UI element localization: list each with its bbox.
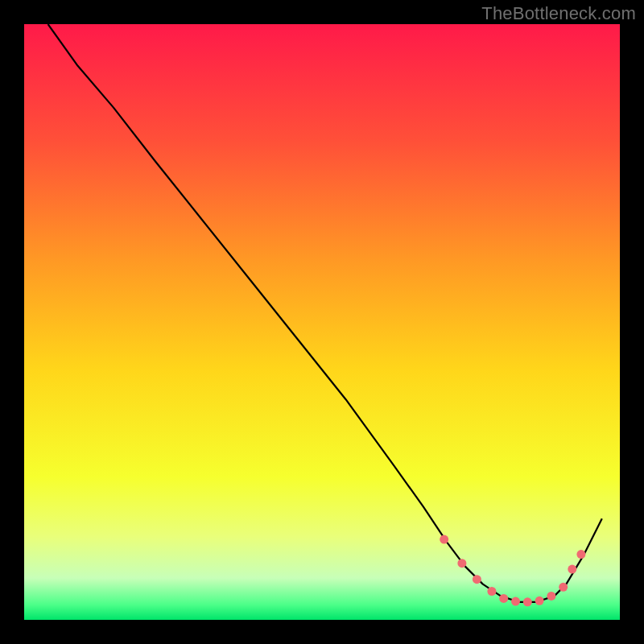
highlight-point [511, 597, 520, 606]
attribution-label: TheBottleneck.com [481, 3, 636, 24]
highlight-point [559, 583, 568, 592]
highlight-point [535, 597, 544, 605]
highlight-point [523, 597, 532, 606]
highlight-point [487, 587, 496, 596]
bottleneck-chart: TheBottleneck.com [0, 0, 644, 644]
highlight-point [440, 535, 448, 544]
highlight-point [473, 575, 481, 584]
highlight-point [576, 550, 585, 559]
plot-background [24, 24, 620, 620]
highlight-point [568, 565, 576, 574]
chart-svg [0, 0, 644, 644]
highlight-point [457, 559, 466, 568]
highlight-point [547, 592, 555, 601]
highlight-point [499, 594, 508, 603]
